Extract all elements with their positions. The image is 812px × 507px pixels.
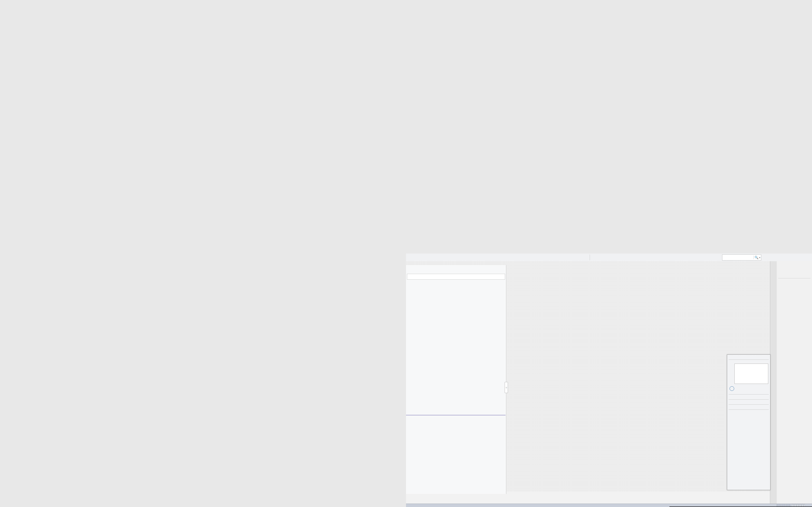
info-icon — [729, 386, 734, 391]
feature-manager-panel[interactable] — [406, 265, 506, 494]
solidworks-window: 🔍 ▾ ⊙ — [406, 253, 812, 507]
existing-relations-header[interactable] — [727, 362, 770, 362]
parameters-header[interactable] — [727, 406, 770, 407]
title-bar: 🔍 ▾ — [406, 253, 812, 262]
additional-parameters-header[interactable] — [727, 412, 770, 412]
search-icon[interactable]: 🔍 — [754, 256, 759, 259]
search-box[interactable]: 🔍 ▾ — [722, 255, 761, 261]
command-divider — [778, 278, 811, 278]
menu-separator — [590, 255, 590, 260]
relations-listbox[interactable] — [734, 363, 768, 384]
tree-filter-input[interactable] — [407, 274, 505, 280]
tree-splitter[interactable] — [406, 415, 506, 415]
sketch-command-column — [777, 261, 812, 507]
add-relations-header[interactable] — [727, 396, 770, 397]
panel-splitter-grip[interactable]: ⊙ — [505, 382, 508, 393]
command-manager-tabstrip[interactable] — [770, 261, 777, 507]
options-header[interactable] — [727, 401, 770, 402]
kaleidoscope-stage: 🔍 ▾ ⊙ — [0, 0, 812, 507]
search-dropdown-icon[interactable]: ▾ — [759, 257, 761, 259]
quick-access-toolbar[interactable] — [625, 256, 721, 260]
line-properties-panel[interactable] — [727, 354, 770, 490]
